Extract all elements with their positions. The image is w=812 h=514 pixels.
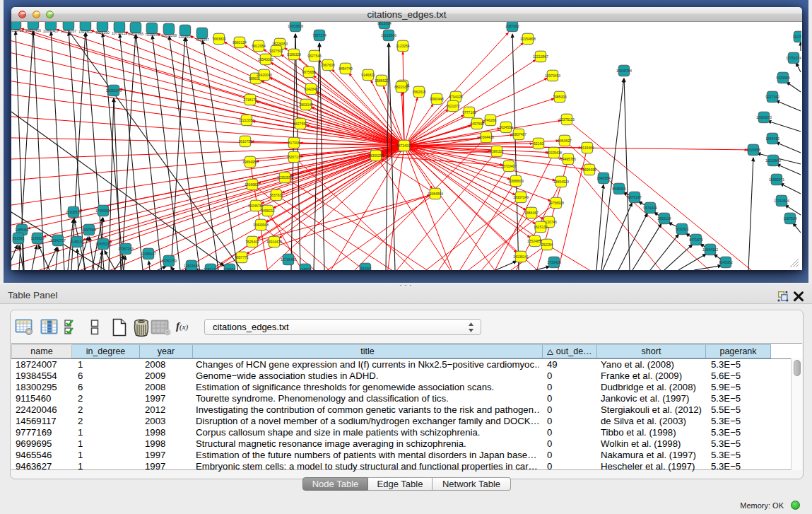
svg-text:10154808: 10154808	[520, 37, 536, 41]
svg-text:14055724: 14055724	[11, 28, 23, 33]
svg-text:19384554: 19384554	[428, 192, 443, 196]
svg-text:19756928: 19756928	[548, 201, 564, 205]
svg-text:7625402: 7625402	[245, 240, 259, 244]
svg-text:15720407: 15720407	[501, 164, 517, 168]
svg-text:9245210: 9245210	[204, 267, 218, 270]
svg-text:16914479: 16914479	[266, 240, 282, 244]
svg-text:18307249: 18307249	[513, 195, 529, 199]
svg-text:1167534: 1167534	[783, 216, 796, 221]
svg-text:20891406: 20891406	[25, 28, 41, 33]
svg-text:10653268: 10653268	[161, 33, 177, 37]
svg-text:20364436: 20364436	[478, 135, 494, 139]
svg-text:12823448: 12823448	[184, 264, 199, 268]
svg-text:9777169: 9777169	[462, 110, 476, 115]
svg-text:8938923: 8938923	[612, 187, 626, 191]
svg-text:9129966: 9129966	[776, 76, 790, 80]
svg-text:2087682: 2087682	[505, 24, 519, 28]
svg-text:16210643: 16210643	[765, 158, 781, 163]
svg-text:14671355: 14671355	[128, 32, 143, 36]
svg-text:9696995: 9696995	[582, 168, 596, 172]
svg-text:7632621: 7632621	[675, 227, 689, 231]
svg-text:1588520: 1588520	[375, 78, 389, 83]
svg-text:19654952: 19654952	[242, 160, 258, 164]
svg-text:15409948: 15409948	[253, 223, 269, 227]
svg-text:10025438: 10025438	[546, 151, 562, 155]
svg-text:7515546: 7515546	[145, 33, 159, 37]
svg-text:8813054: 8813054	[377, 22, 392, 25]
svg-text:7515547: 7515547	[195, 37, 209, 42]
svg-text:1615132: 1615132	[534, 225, 548, 229]
svg-text:2967608: 2967608	[321, 63, 335, 67]
svg-text:62160: 62160	[534, 141, 543, 146]
svg-text:1733426: 1733426	[547, 260, 561, 264]
svg-text:6966160: 6966160	[95, 30, 110, 35]
svg-text:12375115: 12375115	[559, 117, 575, 122]
svg-text:92450: 92450	[360, 267, 370, 270]
svg-text:746266: 746266	[485, 118, 497, 122]
svg-text:9227342: 9227342	[765, 95, 779, 99]
svg-text:1244419: 1244419	[765, 136, 779, 141]
svg-text:8471676: 8471676	[689, 238, 703, 242]
svg-text:12505135: 12505135	[95, 242, 111, 246]
svg-text:9657771: 9657771	[235, 255, 249, 259]
svg-text:12353594: 12353594	[277, 175, 293, 180]
svg-text:17010504: 17010504	[774, 199, 789, 203]
svg-text:8912954: 8912954	[252, 44, 266, 48]
svg-text:9990448: 9990448	[430, 97, 444, 101]
svg-text:13716485: 13716485	[281, 257, 296, 262]
svg-text:10543382: 10543382	[258, 57, 273, 62]
svg-text:12093873: 12093873	[756, 115, 772, 119]
svg-text:8186328: 8186328	[287, 52, 301, 57]
svg-text:817006: 817006	[288, 141, 300, 145]
svg-text:9097588: 9097588	[82, 228, 96, 232]
svg-text:8215958: 8215958	[746, 148, 760, 152]
svg-text:15692971: 15692971	[769, 177, 784, 182]
svg-text:9384067: 9384067	[524, 211, 539, 215]
svg-text:9242848: 9242848	[304, 87, 318, 91]
svg-text:1123254: 1123254	[396, 44, 409, 48]
svg-text:15751074: 15751074	[786, 56, 801, 60]
svg-text:17957253: 17957253	[118, 247, 134, 251]
svg-text:12213353: 12213353	[239, 118, 254, 122]
svg-text:10046786: 10046786	[248, 204, 264, 208]
svg-text:10719155: 10719155	[112, 31, 127, 35]
svg-text:10653267: 10653267	[61, 29, 76, 33]
svg-text:9146821: 9146821	[361, 73, 375, 77]
svg-text:17359924: 17359924	[95, 209, 111, 213]
svg-text:20891407: 20891407	[43, 29, 59, 33]
svg-text:7357274: 7357274	[312, 33, 326, 37]
svg-text:16053809: 16053809	[288, 24, 303, 28]
svg-text:1327603: 1327603	[178, 35, 192, 39]
svg-text:7485003: 7485003	[553, 95, 567, 99]
svg-text:8660124: 8660124	[233, 40, 247, 45]
svg-text:19218506: 19218506	[381, 33, 396, 37]
svg-text:9115460: 9115460	[580, 146, 594, 150]
svg-text:12213967: 12213967	[533, 54, 548, 59]
svg-text:10358147: 10358147	[141, 252, 156, 256]
svg-text:10807487: 10807487	[511, 132, 526, 136]
svg-text:7386322: 7386322	[490, 149, 504, 153]
svg-text:9674444: 9674444	[643, 206, 657, 210]
svg-text:9463627: 9463627	[558, 139, 572, 143]
svg-text:2718170: 2718170	[243, 98, 257, 102]
svg-text:6794028: 6794028	[449, 95, 463, 99]
svg-text:252254: 252254	[541, 243, 553, 247]
svg-text:9327546: 9327546	[307, 54, 322, 58]
svg-text:22420046: 22420046	[257, 73, 272, 77]
svg-text:8822037: 8822037	[394, 85, 408, 89]
svg-text:18300295: 18300295	[368, 153, 384, 158]
svg-text:1112504: 1112504	[793, 35, 801, 39]
svg-text:1621072: 1621072	[446, 104, 460, 108]
svg-text:9498212: 9498212	[261, 209, 275, 213]
svg-text:2933114: 2933114	[657, 216, 671, 221]
svg-text:20206578: 20206578	[66, 210, 81, 214]
svg-text:2803144: 2803144	[299, 103, 313, 107]
svg-text:1145193: 1145193	[70, 240, 83, 244]
svg-text:12342737: 12342737	[50, 238, 66, 243]
svg-text:1485061: 1485061	[15, 228, 29, 232]
svg-text:10973493: 10973493	[545, 74, 560, 78]
svg-text:3837831: 3837831	[269, 193, 283, 197]
svg-text:104501: 104501	[224, 267, 236, 270]
svg-text:6497568: 6497568	[470, 122, 484, 126]
svg-text:7663822: 7663822	[212, 37, 226, 41]
